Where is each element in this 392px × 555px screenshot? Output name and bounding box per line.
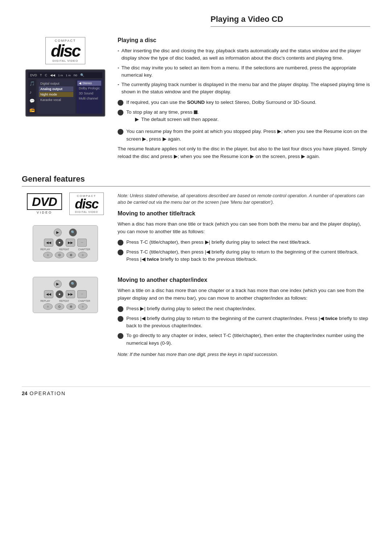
general-note: Note: Unless stated otherwise, all opera… — [118, 193, 370, 206]
stop-icon — [194, 110, 197, 114]
remote-label-row-2: REPLAY REPEAT CHAPTER — [36, 300, 95, 302]
general-left-col: DVD VIDEO COMPACT disc DIGITAL VIDEO ▶ — [22, 193, 109, 266]
screen-body: 🎵 ♪ 💬 📻 Digital output Analog output Nig… — [28, 80, 102, 114]
page-title: Playing a Video CD — [211, 15, 370, 27]
page-number: 24 — [22, 390, 28, 396]
bullet-dot — [118, 250, 123, 255]
remote-oval-3: ⊚ — [66, 252, 76, 258]
sub2-bullet-3: To go directly to any chapter or index, … — [118, 332, 370, 347]
remote-rw-btn-2: ◀◀ — [44, 290, 53, 298]
sub1-bullet-1: Press T-C (title/chapter), then press ▶|… — [118, 239, 370, 246]
remote-nav-row-2: ◀◀ ● ▶▶ ··· — [36, 290, 95, 298]
remote-play-btn: ▶ — [54, 228, 62, 236]
sub1-bullets: Press T-C (title/chapter), then press ▶|… — [118, 239, 370, 263]
sub1-title: Moving to another title/track — [118, 210, 370, 217]
remote-play-btn-2: ▶ — [54, 280, 62, 288]
remote-mockup-2: ▶ 🔍 ◀◀ ● ▶▶ ··· REPLAY REPEAT CHAPTER — [33, 277, 98, 313]
page-footer: 24 OPERATION — [22, 386, 370, 396]
menu-item-digital: Digital output — [39, 81, 73, 86]
remote-ok-btn-2: ● — [56, 290, 64, 298]
bullet-sound: If required, you can use the SOUND key t… — [118, 99, 370, 106]
bullet-list-playing: If required, you can use the SOUND key t… — [118, 99, 370, 143]
bullet-resume: You can resume play from the point at wh… — [118, 128, 370, 143]
digital-video-small: DIGITAL VIDEO — [75, 211, 98, 213]
screen-left-icons: 🎵 ♪ 💬 📻 — [28, 80, 36, 114]
general-right-col: Note: Unless stated otherwise, all opera… — [118, 193, 370, 266]
remote-label-row-1: REPLAY REPEAT CHAPTER — [36, 248, 95, 251]
submenu-3d: 3D Sound — [77, 91, 101, 96]
screen-top-bar: DVD T C ◀◀ 1 m 1 m no 🔍 — [28, 72, 102, 78]
compact-disc-logo: COMPACT disc DIGITAL VIDEO — [45, 37, 85, 64]
bullet-stop: To stop play at any time, press . ▶ The … — [118, 109, 370, 126]
sub1-bullet-2: Press T-C (title/chapter), then press |◀… — [118, 248, 370, 263]
remote-fwd-btn: ▶▶ — [66, 239, 75, 247]
bullet-dot — [118, 240, 123, 246]
general-features-section: General features DVD VIDEO COMPACT disc — [22, 174, 370, 372]
remote-oval-5: ○ — [43, 303, 53, 310]
remote-top-row: ▶ 🔍 — [36, 228, 95, 236]
remote-search-btn-2: 🔍 — [69, 280, 77, 288]
resume-text: The resume feature applies not only to t… — [118, 145, 370, 161]
remote-search-btn: 🔍 — [69, 228, 77, 236]
remote-nav-row: ◀◀ ● ▶▶ ··· — [36, 239, 95, 247]
remote-oval-7: ⊚ — [66, 303, 76, 310]
sub2-title: Moving to another chapter/index — [118, 277, 370, 283]
chapter-left-col: ▶ 🔍 ◀◀ ● ▶▶ ··· REPLAY REPEAT CHAPTER — [22, 277, 109, 361]
right-column: Playing a disc - After inserting the dis… — [118, 37, 370, 163]
dash-item-3: - The currently playing track number is … — [118, 81, 370, 96]
bullet-dot — [118, 316, 123, 322]
general-two-col: DVD VIDEO COMPACT disc DIGITAL VIDEO ▶ — [22, 193, 370, 266]
arrow-item: ▶ The default screen will then appear. — [135, 116, 219, 123]
remote-rw-btn: ◀◀ — [44, 239, 53, 247]
screen-mockup: DVD T C ◀◀ 1 m 1 m no 🔍 🎵 ♪ 💬 — [25, 69, 105, 117]
remote-ok-btn: ● — [56, 239, 64, 247]
sub2-intro: When a title on a disc has more than one… — [118, 287, 370, 302]
digital-video-text: DIGITAL VIDEO — [53, 59, 78, 62]
sub2-bullet-2: Press |◀ briefly during play to return t… — [118, 315, 370, 330]
dvd-text: DVD — [32, 195, 57, 208]
remote-top-row-2: ▶ 🔍 — [36, 280, 95, 288]
menu-item-night: Night mode — [39, 92, 73, 97]
sub1-intro: When a disc has more than one title or t… — [118, 220, 370, 236]
disc-letters: disc — [51, 42, 80, 59]
logos-row: DVD VIDEO COMPACT disc DIGITAL VIDEO — [27, 193, 104, 215]
bullet-dot — [118, 100, 123, 106]
remote-oval-1: ○ — [43, 252, 53, 258]
remote-fwd-btn-2: ▶▶ — [66, 290, 75, 298]
disc-letters-small: disc — [75, 198, 98, 211]
chapter-section: ▶ 🔍 ◀◀ ● ▶▶ ··· REPLAY REPEAT CHAPTER — [22, 277, 370, 361]
sub2-bullets: Press ▶| briefly during play to select t… — [118, 305, 370, 347]
dvd-sub: VIDEO — [37, 211, 52, 214]
submenu-dolby: Dolby Prologic — [77, 86, 101, 91]
submenu-stereo: ◀ Stereo — [77, 81, 101, 86]
bullet-dot — [118, 110, 123, 116]
menu-item-analog: Analog output — [39, 86, 73, 92]
page: Playing a Video CD COMPACT disc DIGITAL … — [22, 15, 370, 396]
bullet-dot — [118, 333, 123, 339]
dash-item-1: - After inserting the disc and closing t… — [118, 47, 370, 62]
bullet-dot — [118, 306, 123, 312]
left-column: COMPACT disc DIGITAL VIDEO DVD T C ◀◀ 1 … — [22, 37, 109, 163]
remote-bottom-row-1: ○ ⊙ ⊚ ○ — [36, 252, 95, 258]
remote-extra-btn-2: ··· — [77, 290, 87, 298]
compact-disc-logo-small: COMPACT disc DIGITAL VIDEO — [69, 193, 104, 215]
screen-submenu: ◀ Stereo Dolby Prologic 3D Sound Multi c… — [76, 80, 102, 114]
remote-oval-2: ⊙ — [55, 252, 64, 258]
playing-disc-title: Playing a disc — [118, 37, 370, 44]
dash-list: - After inserting the disc and closing t… — [118, 47, 370, 96]
chapter-right-col: Moving to another chapter/index When a t… — [118, 277, 370, 361]
dash-item-2: - The disc may invite you to select an i… — [118, 64, 370, 79]
note-bottom: Note: If the number has more than one di… — [118, 351, 370, 358]
remote-bottom-row-2: ○ ⊙ ⊚ ○ — [36, 303, 95, 310]
screen-menu: Digital output Analog output Night mode … — [37, 80, 75, 114]
remote-oval-6: ⊙ — [55, 303, 64, 310]
remote-oval-4: ○ — [78, 252, 87, 258]
submenu-multi: Multi channel — [77, 96, 101, 101]
remote-extra-btn: ··· — [77, 239, 87, 247]
bullet-dot — [118, 129, 123, 135]
menu-item-karaoke: Karaoke vocal — [39, 97, 73, 102]
operation-label: OPERATION — [30, 390, 66, 396]
remote-oval-8: ○ — [78, 303, 87, 310]
dvd-box: DVD — [27, 193, 62, 210]
general-features-title: General features — [22, 174, 370, 187]
